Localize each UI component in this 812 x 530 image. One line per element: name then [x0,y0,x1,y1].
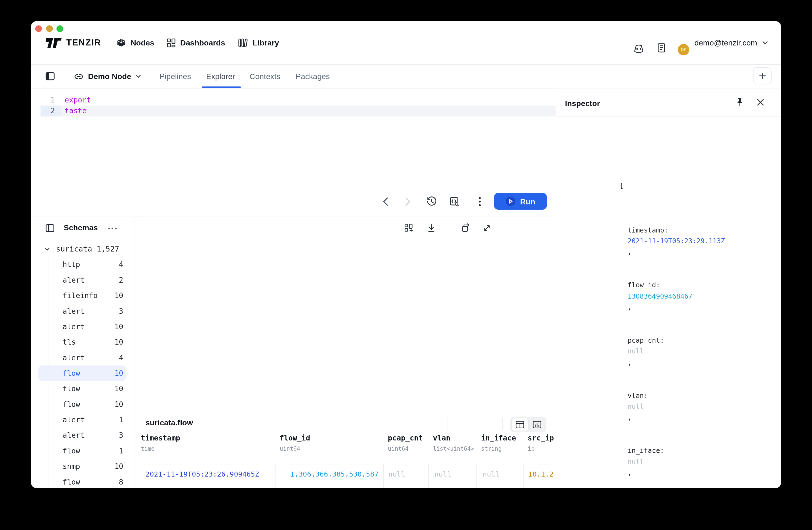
column-type: ip [528,446,556,452]
manage-columns-button[interactable] [404,224,414,233]
tab-packages[interactable]: Packages [296,65,330,88]
sidebar-toggle-button[interactable] [45,72,55,81]
schema-root-suricata[interactable]: suricata 1,527 [31,241,136,256]
column-type: list<uint64> [433,446,477,452]
tenzir-logo[interactable]: TENZIR [45,37,101,48]
schema-item[interactable]: flow 10 [31,396,136,412]
nav-item-dashboards[interactable]: Dashboards [167,21,225,64]
column-header[interactable]: in_iface string [477,433,523,452]
schema-item[interactable]: alert 4 [31,350,136,365]
tab-pipelines[interactable]: Pipelines [160,65,191,88]
column-header[interactable]: vlan list<uint64> [428,433,477,452]
json-key: in_iface: [628,447,668,455]
nav-item-label: Nodes [130,38,154,47]
cell-vlan[interactable]: null [428,470,477,478]
run-button[interactable]: Run [494,193,547,210]
schema-item[interactable]: alert 3 [31,303,136,319]
schema-item[interactable]: flow 10 [31,381,136,396]
table-view-button[interactable] [511,417,529,431]
cell-timestamp[interactable]: 2021-11-19T05:23:26.909465Z [136,470,275,478]
table-row[interactable]: 2021-11-19T05:23:26.909465Z 1,306,366,38… [136,463,556,485]
schema-item[interactable]: alert 3 [31,428,136,443]
table-row[interactable]: 2021-11-19T05:23:27.985303Z 1,306,358,56… [136,485,556,488]
editor-line-active[interactable]: 2 taste [31,105,556,116]
discord-button[interactable] [633,44,645,54]
schema-item-count: 2 [119,276,123,284]
column-type: string [481,446,523,452]
expand-results-button[interactable] [482,224,491,233]
schema-item-name: alert [62,353,84,362]
editor-line[interactable]: 1 export [31,94,556,105]
download-button[interactable] [427,224,436,233]
chevron-down-icon [136,75,141,78]
chart-view-button[interactable] [529,417,545,431]
column-header[interactable]: src_ip ip [523,433,556,452]
schema-item[interactable]: fileinfo 10 [31,288,136,303]
more-options-button[interactable] [478,197,481,207]
column-header[interactable]: pcap_cnt uint64 [383,433,428,452]
pin-icon[interactable] [736,97,744,107]
library-books-icon [238,38,248,47]
cell-src-ip[interactable]: 10.1.2 [523,470,556,478]
schema-item[interactable]: tls 10 [31,335,136,350]
code-editor[interactable]: 1 export 2 taste [31,88,556,216]
json-comma: , [628,469,632,477]
schema-item-count: 10 [114,462,123,471]
history-forward-button[interactable] [405,197,411,206]
app-window: TENZIR Nodes [31,21,781,488]
schema-item-count: 10 [114,400,123,408]
tab-contexts[interactable]: Contexts [250,65,280,88]
schemas-title: Schemas [64,223,98,232]
code-search-button[interactable] [449,196,460,207]
json-value: 1308364909468467 [628,292,692,300]
schema-item-name: flow [62,478,80,486]
nav-item-nodes[interactable]: Nodes [117,21,154,64]
inspector-divider [556,116,781,117]
schema-item-name: flow [62,446,80,455]
avatar-initials: DE [681,47,686,52]
tab-explorer[interactable]: Explorer [206,65,235,88]
inspector-json[interactable]: { timestamp: 2021-11-19T05:23:29.113Z , … [556,125,781,488]
column-type: uint64 [280,446,383,452]
schema-item[interactable]: alert 10 [31,319,136,334]
nav-item-library[interactable]: Library [238,21,279,64]
history-back-button[interactable] [382,197,388,206]
schema-item-name: http [62,260,80,269]
column-name: flow_id [280,433,383,442]
avatar[interactable]: DE [678,44,689,55]
schema-item-name: fileinfo [62,292,98,300]
schema-item-count: 1 [119,416,123,424]
cell-pcap-cnt[interactable]: null [383,470,428,478]
result-schema-title: suricata.flow [146,418,193,427]
inspector-panel: Inspector { timestamp: [556,88,781,488]
nav-item-label: Dashboards [180,38,225,47]
schema-item[interactable]: flow 1 [31,443,136,458]
json-value: null [628,347,644,355]
schema-item[interactable]: http 4 [31,257,136,272]
column-header[interactable]: flow_id uint64 [275,433,383,452]
line-number: 1 [31,95,55,104]
schema-item[interactable]: flow 10 [31,365,136,381]
add-tab-button[interactable] [753,67,772,84]
schemas-panel-toggle-icon[interactable] [45,224,54,233]
cell-in-iface[interactable]: null [477,470,523,478]
close-icon[interactable] [757,98,764,106]
schema-item[interactable]: alert 2 [31,272,136,288]
schema-item-name: alert [62,276,84,284]
node-link-icon[interactable] [74,72,84,81]
copy-results-button[interactable] [461,223,471,233]
schema-item-count: 10 [114,385,123,393]
cube-icon [117,38,126,47]
column-header[interactable]: timestamp time [136,433,275,452]
schema-item[interactable]: alert 1 [31,412,136,428]
node-selector[interactable]: Demo Node [88,65,141,88]
schema-item[interactable]: snmp 10 [31,459,136,474]
json-comma: , [628,414,632,422]
cell-flow-id[interactable]: 1,306,366,385,530,587 [275,470,383,478]
history-button[interactable] [426,196,437,207]
user-menu[interactable]: demo@tenzir.com [695,21,768,64]
schema-item[interactable]: flow 8 [31,474,136,488]
schema-item-count: 4 [119,353,123,362]
docs-button[interactable] [657,43,666,53]
schemas-more-button[interactable] [108,227,117,230]
